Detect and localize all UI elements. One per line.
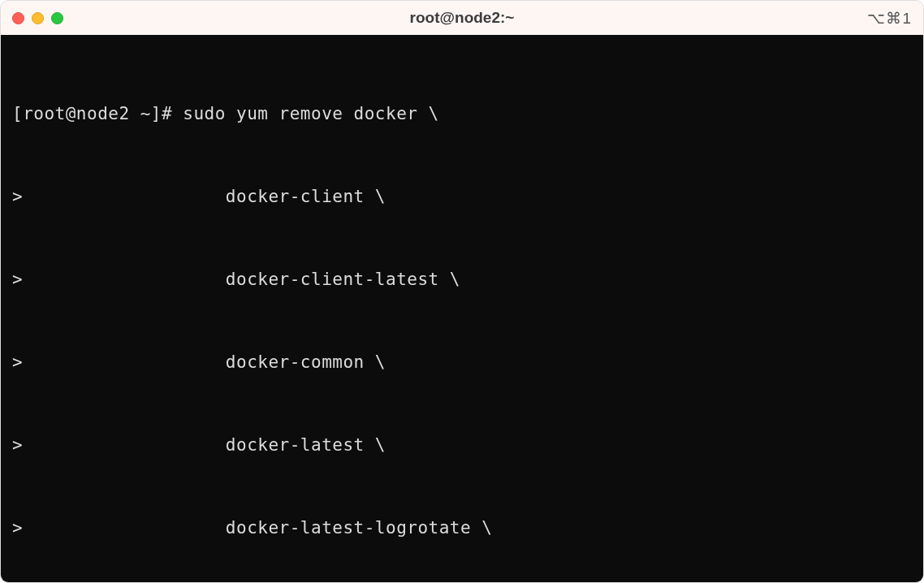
- window-shortcut: ⌥⌘1: [867, 9, 912, 28]
- maximize-icon[interactable]: [51, 12, 63, 24]
- terminal-line: [root@node2 ~]# sudo yum remove docker \: [12, 100, 912, 127]
- traffic-lights: [12, 12, 63, 24]
- terminal-line: > docker-client \: [12, 183, 912, 210]
- minimize-icon[interactable]: [32, 12, 44, 24]
- terminal-line: > docker-latest-logrotate \: [12, 514, 912, 542]
- titlebar: root@node2:~ ⌥⌘1: [1, 1, 923, 35]
- close-icon[interactable]: [12, 12, 24, 24]
- terminal-area[interactable]: [root@node2 ~]# sudo yum remove docker \…: [1, 35, 923, 582]
- terminal-line: > docker-latest \: [12, 431, 912, 459]
- window-title: root@node2:~: [1, 9, 923, 27]
- terminal-line: > docker-client-latest \: [12, 266, 912, 293]
- terminal-line: > docker-common \: [12, 348, 912, 376]
